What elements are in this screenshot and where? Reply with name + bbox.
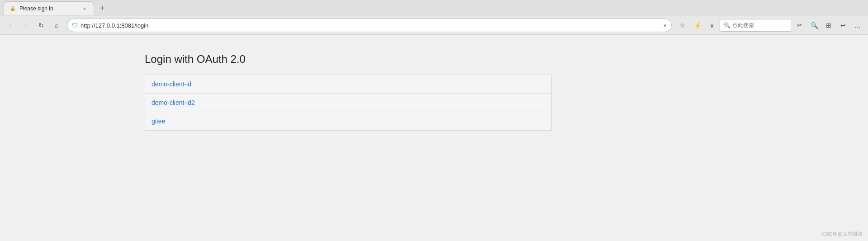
browser-chrome: 🔒 Please sign in × + ‹ › ↻ ⌂ 🛡 ∨ ☆ [0,0,868,35]
address-bar-row: ‹ › ↻ ⌂ 🛡 ∨ ☆ ⚡ ∨ 🔍 [0,16,868,34]
search-bar[interactable]: 🔍 [720,19,792,32]
page-heading: Login with OAuth 2.0 [145,53,561,66]
page-content: Login with OAuth 2.0 demo-client-iddemo-… [0,35,868,241]
search-small-icon: 🔍 [724,22,730,28]
forward-button[interactable]: › [19,19,33,32]
oauth-list: demo-client-iddemo-client-id2gitee [145,75,552,131]
undo-button[interactable]: ↩ [836,19,850,32]
refresh-button[interactable]: ↻ [34,19,48,32]
grid-icon: ⊞ [826,22,831,29]
oauth-item-demo-client-id2[interactable]: demo-client-id2 [145,94,551,112]
tab-close-button[interactable]: × [81,5,88,12]
address-bar[interactable]: 🛡 ∨ [67,19,672,32]
new-tab-button[interactable]: + [96,2,109,14]
refresh-icon: ↻ [38,22,44,29]
scissors-icon: ✂ [797,22,802,29]
back-button[interactable]: ‹ [4,19,17,32]
watermark: CSDN @太空眼睛 [822,231,863,237]
address-dropdown-icon[interactable]: ∨ [663,23,667,28]
oauth-item-gitee[interactable]: gitee [145,112,551,130]
undo-icon: ↩ [840,22,846,29]
lightning-dropdown-button[interactable]: ∨ [705,19,719,32]
home-button[interactable]: ⌂ [50,19,63,32]
back-icon: ‹ [9,22,12,29]
bookmark-icon: ☆ [679,22,685,29]
scissors-button[interactable]: ✂ [793,19,806,32]
oauth-item-demo-client-id[interactable]: demo-client-id [145,75,551,94]
forward-icon: › [25,22,27,29]
tab-favicon-icon: 🔒 [9,5,16,12]
search-input[interactable] [732,22,773,28]
home-icon: ⌂ [55,22,58,29]
security-shield-icon: 🛡 [72,22,78,29]
grid-button[interactable]: ⊞ [822,19,835,32]
search-button[interactable]: 🔍 [807,19,821,32]
more-button[interactable]: … [851,19,864,32]
lightning-button[interactable]: ⚡ [691,19,704,32]
tab-title: Please sign in [19,5,77,12]
active-tab[interactable]: 🔒 Please sign in × [4,1,94,15]
url-input[interactable] [81,22,660,29]
toolbar-right: ⚡ ∨ 🔍 ✂ 🔍 ⊞ ↩ … [691,19,864,32]
tab-bar: 🔒 Please sign in × + [0,0,868,16]
search-icon: 🔍 [811,22,818,29]
bookmark-button[interactable]: ☆ [675,19,689,32]
lightning-icon: ⚡ [694,22,702,29]
lightning-dropdown-icon: ∨ [710,22,714,29]
page-inner: Login with OAuth 2.0 demo-client-iddemo-… [145,53,561,131]
more-icon: … [854,22,861,29]
